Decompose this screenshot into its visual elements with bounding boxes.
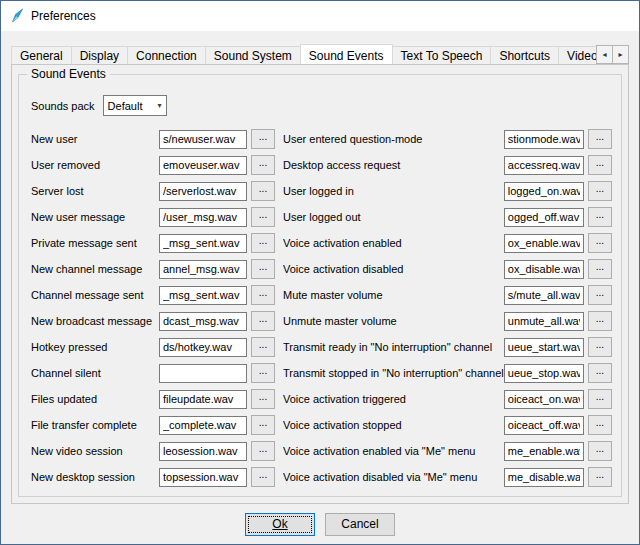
browse-button[interactable]: ... [251,311,275,331]
sound-file-input[interactable] [504,338,584,357]
sound-event-label: New broadcast message [31,315,159,327]
browse-button[interactable]: ... [251,129,275,149]
sound-file-input[interactable] [504,364,584,383]
sound-event-row: Files updated... [31,386,275,412]
sound-file-input[interactable] [159,338,247,357]
sound-event-row: User logged out... [283,204,612,230]
browse-button[interactable]: ... [251,415,275,435]
tab-sound-events[interactable]: Sound Events [300,44,393,64]
browse-button[interactable]: ... [588,389,612,409]
sound-file-input[interactable] [159,442,247,461]
tab-display[interactable]: Display [71,46,128,64]
tab-general[interactable]: General [11,46,72,64]
browse-button[interactable]: ... [588,415,612,435]
sound-file-input[interactable] [159,182,247,201]
sound-file-input[interactable] [159,468,247,487]
browse-button[interactable]: ... [251,155,275,175]
sounds-pack-label: Sounds pack [31,100,95,112]
sound-file-input[interactable] [159,286,247,305]
sound-file-input[interactable] [159,130,247,149]
sound-event-label: New user message [31,211,159,223]
sound-file-input[interactable] [159,390,247,409]
sound-event-row: New channel message... [31,256,275,282]
browse-button[interactable]: ... [588,311,612,331]
sound-file-input[interactable] [504,286,584,305]
browse-button[interactable]: ... [251,441,275,461]
browse-button[interactable]: ... [588,285,612,305]
sound-event-row: New user... [31,126,275,152]
sound-file-input[interactable] [504,182,584,201]
sound-file-input[interactable] [159,208,247,227]
tab-shortcuts[interactable]: Shortcuts [490,46,559,64]
sound-event-label: Transmit stopped in "No interruption" ch… [283,367,504,379]
tab-text-to-speech[interactable]: Text To Speech [392,46,492,64]
sound-event-row: User entered question-mode... [283,126,612,152]
browse-button[interactable]: ... [588,207,612,227]
left-column: New user...User removed...Server lost...… [31,126,275,490]
app-icon [9,8,25,24]
sound-event-label: New desktop session [31,471,159,483]
sound-file-input[interactable] [504,208,584,227]
sound-file-input[interactable] [159,260,247,279]
sound-file-input[interactable] [504,312,584,331]
sound-event-label: Unmute master volume [283,315,504,327]
sound-events-groupbox: Sound Events Sounds pack Default ▾ New u… [18,74,622,497]
browse-button[interactable]: ... [251,337,275,357]
sound-file-input[interactable] [159,416,247,435]
sound-file-input[interactable] [504,416,584,435]
sound-file-input[interactable] [159,364,247,383]
sound-file-input[interactable] [159,234,247,253]
browse-button[interactable]: ... [251,207,275,227]
sound-file-input[interactable] [504,468,584,487]
sound-event-label: Voice activation stopped [283,419,504,431]
sound-event-label: Files updated [31,393,159,405]
sound-event-row: User removed... [31,152,275,178]
dialog-buttons: Ok Cancel [1,504,639,544]
sound-event-row: Transmit ready in "No interruption" chan… [283,334,612,360]
browse-button[interactable]: ... [588,337,612,357]
tab-scroll-right-icon[interactable]: ▸ [612,45,629,64]
sound-file-input[interactable] [159,156,247,175]
browse-button[interactable]: ... [588,441,612,461]
tab-sound-system[interactable]: Sound System [205,46,301,64]
cancel-button[interactable]: Cancel [325,513,395,536]
browse-button[interactable]: ... [588,155,612,175]
sound-file-input[interactable] [504,442,584,461]
browse-button[interactable]: ... [588,259,612,279]
browse-button[interactable]: ... [588,233,612,253]
sound-file-input[interactable] [159,312,247,331]
browse-button[interactable]: ... [251,233,275,253]
browse-button[interactable]: ... [588,467,612,487]
sound-event-row: New user message... [31,204,275,230]
browse-button[interactable]: ... [588,181,612,201]
sound-event-row: Transmit stopped in "No interruption" ch… [283,360,612,386]
browse-button[interactable]: ... [251,363,275,383]
title-bar: Preferences [1,1,639,31]
sound-event-row: Channel message sent... [31,282,275,308]
browse-button[interactable]: ... [251,389,275,409]
sound-event-label: Channel message sent [31,289,159,301]
sound-event-label: Mute master volume [283,289,504,301]
sound-event-label: Voice activation disabled via "Me" menu [283,471,504,483]
browse-button[interactable]: ... [251,467,275,487]
browse-button[interactable]: ... [251,285,275,305]
tab-scroll-left-icon[interactable]: ◂ [596,45,613,64]
ok-button[interactable]: Ok [245,513,315,536]
browse-button[interactable]: ... [588,363,612,383]
sound-event-label: Server lost [31,185,159,197]
sound-file-input[interactable] [504,156,584,175]
sound-file-input[interactable] [504,234,584,253]
tab-page-sound-events: Sound Events Sounds pack Default ▾ New u… [11,64,629,504]
tab-connection[interactable]: Connection [127,46,206,64]
sound-file-input[interactable] [504,130,584,149]
browse-button[interactable]: ... [588,129,612,149]
browse-button[interactable]: ... [251,181,275,201]
browse-button[interactable]: ... [251,259,275,279]
cancel-button-label: Cancel [341,517,378,531]
sound-event-row: Private message sent... [31,230,275,256]
sound-file-input[interactable] [504,260,584,279]
sound-event-label: Voice activation disabled [283,263,504,275]
sounds-pack-dropdown[interactable]: Default ▾ [103,95,167,116]
sound-file-input[interactable] [504,390,584,409]
tab-strip: GeneralDisplayConnectionSound SystemSoun… [11,43,629,64]
